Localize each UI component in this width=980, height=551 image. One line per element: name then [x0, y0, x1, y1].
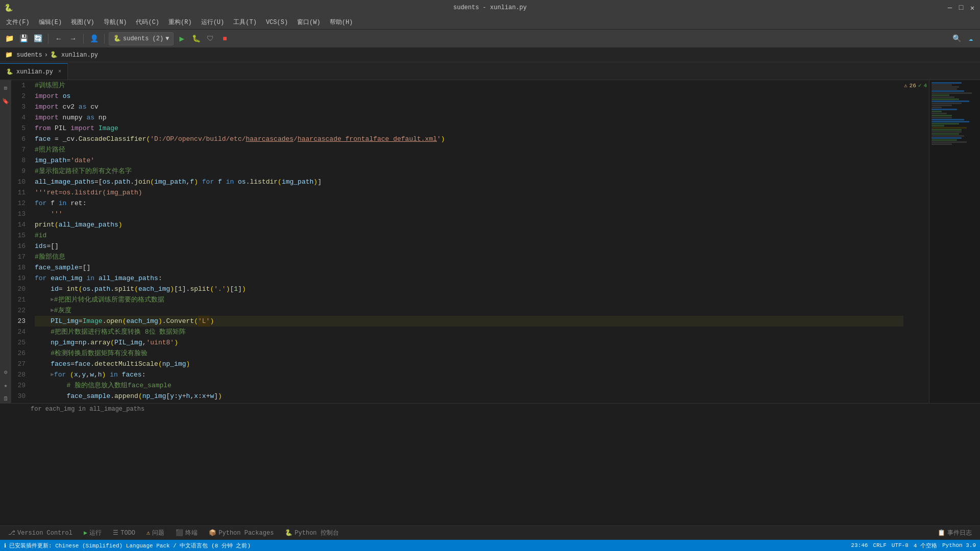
line-num-8: 8 [11, 155, 28, 166]
warning-count: ⚠ 26 ✓ 4 [904, 80, 927, 91]
menu-code[interactable]: 代码(C) [132, 16, 163, 28]
problems-icon: ⚠ [146, 529, 150, 537]
maximize-button[interactable]: □ [958, 4, 965, 11]
toolbar-user[interactable]: 👤 [88, 33, 100, 45]
indent-info[interactable]: 4 个空格 [914, 542, 937, 549]
line-num-3: 3 [11, 102, 28, 112]
line-num-25: 25 [11, 337, 28, 348]
toolbar-forward[interactable]: → [67, 33, 79, 45]
tab-filename: xunlian.py [16, 68, 53, 76]
menu-tools[interactable]: 工具(T) [229, 16, 261, 28]
line-num-29: 29 [11, 380, 28, 391]
code-line-5: from PIL import Image [35, 123, 903, 134]
line-num-21: 21 [11, 294, 28, 305]
titlebar-controls: — □ ✕ [946, 4, 976, 11]
menu-window[interactable]: 窗口(W) [293, 16, 325, 28]
sidebar-bottom3[interactable]: 🗓 [1, 394, 10, 403]
tab-file-icon: 🐍 [6, 68, 13, 75]
code-line-15: #id [35, 230, 903, 241]
line-num-20: 20 [11, 284, 28, 294]
statusbar: ℹ 已安装插件更新: Chinese (Simplified) Language… [0, 540, 980, 551]
run-config-dropdown[interactable]: 🐍 sudents (2) ▼ [109, 32, 174, 45]
menu-view[interactable]: 视图(V) [67, 16, 99, 28]
toolbar-open-folder[interactable]: 📁 [3, 33, 15, 45]
tabbar: 🐍 xunlian.py × [0, 62, 980, 80]
line-num-27: 27 [11, 359, 28, 369]
line-num-12: 12 [11, 198, 28, 209]
menu-edit[interactable]: 编辑(E) [35, 16, 66, 28]
debug-button[interactable]: 🐛 [190, 33, 202, 45]
menu-help[interactable]: 帮助(H) [326, 16, 357, 28]
sidebar-bottom1[interactable]: ⚙ [1, 367, 10, 377]
code-line-6: face = _cv.CascadeClassifier('D:/OP/open… [35, 134, 903, 144]
code-line-30: face_sample.append(np_img[y:y+h,x:x+w]) [35, 391, 903, 402]
tab-run[interactable]: ▶ 运行 [79, 528, 107, 538]
tab-todo[interactable]: ☰ TODO [108, 528, 140, 538]
line-num-6: 6 [11, 134, 28, 144]
run-config-label: sudents (2) [123, 35, 163, 42]
line-num-17: 17 [11, 252, 28, 262]
toolbar-back[interactable]: ← [53, 33, 65, 45]
menu-file[interactable]: 文件(F) [2, 16, 34, 28]
code-line-12: for f in ret: [35, 198, 903, 209]
code-line-2: import os [35, 91, 903, 102]
line-num-10: 10 [11, 177, 28, 187]
breadcrumb-project[interactable]: 📁 sudents [5, 51, 42, 59]
code-line-27: faces=face.detectMultiScale(np_img) [35, 359, 903, 369]
menu-vcs[interactable]: VCS(S) [262, 17, 292, 28]
right-margin: ⚠ 26 ✓ 4 [903, 80, 929, 403]
window-title: sudents - xunlian.py [453, 4, 527, 11]
cursor-position[interactable]: 23:46 [851, 542, 868, 548]
tab-problems[interactable]: ⚠ 问题 [141, 528, 169, 538]
coverage-button[interactable]: 🛡 [204, 33, 216, 45]
sidebar-structure[interactable]: ⊞ [1, 83, 10, 92]
encoding[interactable]: UTF-8 [892, 542, 909, 548]
line-num-16: 16 [11, 241, 28, 252]
tab-xunlian[interactable]: 🐍 xunlian.py × [0, 63, 68, 80]
update-button[interactable]: ☁ [965, 33, 977, 45]
tab-python-console[interactable]: 🐍 Python 控制台 [280, 528, 344, 538]
tab-terminal[interactable]: ⬛ 终端 [170, 528, 203, 538]
sidebar-bottom2[interactable]: ★ [1, 381, 10, 390]
line-num-1: 1 [11, 80, 28, 91]
run-config-arrow: ▼ [165, 35, 169, 42]
code-line-3: import cv2 as cv [35, 102, 903, 112]
titlebar: 🐍 sudents - xunlian.py — □ ✕ [0, 0, 980, 15]
code-line-19: for each_img in all_image_paths: [35, 273, 903, 284]
search-button[interactable]: 🔍 [950, 33, 963, 45]
line-num-28: 28 [11, 369, 28, 380]
notification-text[interactable]: 已安装插件更新: Chinese (Simplified) Language P… [9, 542, 251, 549]
code-line-10: all_image_paths=[os.path.join(img_path,f… [35, 177, 903, 187]
line-num-7: 7 [11, 144, 28, 155]
sidebar-bookmark[interactable]: 🔖 [1, 96, 10, 106]
breadcrumb-file[interactable]: 🐍 xunlian.py [50, 51, 98, 59]
separator-3 [104, 34, 105, 44]
code-line-14: print(all_image_paths) [35, 219, 903, 230]
run-config-icon: 🐍 [113, 35, 121, 42]
tab-version-control[interactable]: ⎇ Version Control [3, 528, 78, 538]
code-line-29: # 脸的信息放入数组face_sample [35, 380, 903, 391]
stop-button[interactable]: ■ [218, 33, 231, 45]
line-num-19: 19 [11, 273, 28, 284]
close-button[interactable]: ✕ [969, 4, 976, 11]
code-line-21: ▶ #把图片转化成训练所需要的格式数据 [35, 294, 903, 305]
tab-event-log[interactable]: 📋 事件日志 [933, 528, 977, 538]
minimize-button[interactable]: — [946, 4, 953, 11]
menu-navigate[interactable]: 导航(N) [100, 16, 131, 28]
menu-refactor[interactable]: 重构(R) [164, 16, 196, 28]
toolbar-save[interactable]: 💾 [17, 33, 30, 45]
tab-python-packages[interactable]: 📦 Python Packages [204, 528, 279, 538]
menu-run[interactable]: 运行(U) [197, 16, 229, 28]
language-info[interactable]: Python 3.9 [942, 542, 976, 548]
code-line-20: id= int(os.path.split(each_img)[1].split… [35, 284, 903, 294]
titlebar-left: 🐍 [4, 4, 13, 12]
version-control-icon: ⎇ [8, 529, 15, 537]
code-line-9: #显示指定路径下的所有文件名字 [35, 166, 903, 177]
run-button[interactable]: ▶ [176, 33, 188, 45]
tab-close-button[interactable]: × [58, 69, 61, 74]
toolbar-sync[interactable]: 🔄 [32, 33, 44, 45]
line-ending[interactable]: CRLF [873, 542, 886, 548]
code-line-4: import numpy as np [35, 112, 903, 123]
line-num-5: 5 [11, 123, 28, 134]
code-area[interactable]: #训练照片 import os import cv2 as cv import … [31, 80, 903, 403]
